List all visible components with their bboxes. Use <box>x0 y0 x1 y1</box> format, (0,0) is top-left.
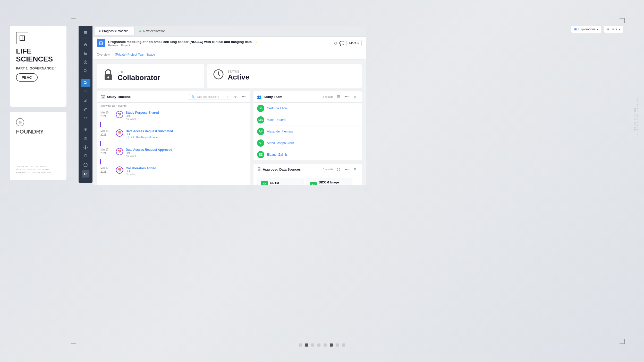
svg-rect-17 <box>85 137 86 138</box>
svg-rect-27 <box>337 95 340 96</box>
ds-item-dicom[interactable]: DI DICOM Image Library LS Data Source Da… <box>306 178 352 185</box>
status-label: Status <box>228 70 249 73</box>
comment-icon[interactable]: 💬 <box>339 41 344 46</box>
dot-4[interactable] <box>317 343 320 347</box>
status-value: Active <box>228 73 249 81</box>
user-avatar[interactable]: BA <box>82 170 89 178</box>
pagination-dots <box>299 343 345 347</box>
timeline-filter-icon[interactable] <box>232 94 239 100</box>
event-2-date: Mar 15 2021 <box>100 129 113 137</box>
member-5-name[interactable]: Eleanor Zaimis <box>267 153 287 156</box>
status-card: Status Active <box>207 64 362 88</box>
tab-prognostic[interactable]: ■ Prognostic modelin... <box>95 27 135 35</box>
timeline-more-icon[interactable]: ••• <box>241 94 247 100</box>
ds-item-sdtm[interactable]: SD SDTM LS Data Source Data Source Type … <box>257 178 303 185</box>
sidebar-item-search-active[interactable] <box>81 79 90 87</box>
tab-new-exploration-icon: ⊕ <box>139 29 142 33</box>
member-4-name[interactable]: Alfred Joseph Clark <box>267 141 294 145</box>
event-2-title[interactable]: Data Access Request Submitted <box>126 129 247 133</box>
sidebar-item-folders[interactable] <box>81 50 90 57</box>
explorations-button[interactable]: ⊞ Explorations ▾ <box>571 26 602 33</box>
member-4-avatar: AJ <box>257 139 264 147</box>
sidebar-item-expand[interactable] <box>81 114 90 122</box>
project-title: Prognostic modeling of non-small cell lu… <box>108 40 252 44</box>
event-1-link-label: Link <box>126 114 247 117</box>
pbac-badge[interactable]: PBAC <box>16 73 38 82</box>
sidebar-item-settings[interactable] <box>81 126 90 134</box>
datasources-more-icon[interactable]: ••• <box>344 166 350 172</box>
sub-tab-overview[interactable]: Overview <box>97 53 110 57</box>
timeline-calendar-icon: 📅 <box>100 95 105 99</box>
sidebar-item-info[interactable] <box>81 144 90 151</box>
more-button[interactable]: More ▾ <box>346 40 362 46</box>
sidebar-item-help[interactable] <box>81 161 90 169</box>
event-4-date: Mar 17 2021 <box>100 166 113 174</box>
project-favorite-icon[interactable]: ☆ <box>255 41 258 45</box>
right-side-decoration: PALANTIR DEMO SERIES DOUBLE CLICK <box>634 98 639 136</box>
team-list-view-icon[interactable] <box>335 94 342 100</box>
event-4-link-value: No value <box>126 173 247 176</box>
event-3-title[interactable]: Data Access Request Approved <box>126 148 247 152</box>
dicom-icon: DI <box>310 182 317 186</box>
timeline-search[interactable]: 🔍 Type and hit Enter ; ? <box>189 94 230 100</box>
dot-8[interactable] <box>342 343 345 347</box>
event-2-link-doc[interactable]: 📄 Data Use Request Form <box>126 136 247 139</box>
sidebar-item-clipboard[interactable] <box>81 135 90 143</box>
top-cards-row: Role Collaborator Status <box>97 64 362 88</box>
dot-7[interactable] <box>336 343 339 347</box>
lists-label: Lists <box>611 28 617 31</box>
member-2-name[interactable]: Maria Dauerer <box>267 118 287 122</box>
logo-icon <box>16 32 28 44</box>
svg-rect-11 <box>84 93 85 93</box>
approved-data-sources-card: 🗄 Approved Data Sources 3 results <box>253 164 362 185</box>
dot-1[interactable] <box>299 343 302 347</box>
event-3-link-value: No value <box>126 154 247 157</box>
study-timeline-card: 📅 Study Timeline 🔍 Type and hit Enter ; … <box>97 91 250 185</box>
sub-tab-project-team[interactable]: (Private) Project Team Space <box>115 53 155 57</box>
team-more-icon[interactable]: ••• <box>344 94 350 100</box>
team-filter-icon[interactable] <box>352 94 358 100</box>
sidebar-item-search[interactable] <box>81 67 90 75</box>
sidebar-item-history[interactable] <box>81 58 90 66</box>
tab-new-exploration[interactable]: ⊕ New exploration <box>135 27 169 35</box>
timeline-event-1: Mar 10 2021 📅 Study Purpose Shared Link … <box>97 109 250 122</box>
member-1-name[interactable]: Gertrude Elion <box>267 107 287 110</box>
dot-3[interactable] <box>311 343 314 347</box>
svg-rect-22 <box>107 76 109 78</box>
sidebar-item-charts[interactable] <box>81 96 90 104</box>
event-4-title[interactable]: Collaborators Added <box>126 166 247 170</box>
sidebar-item-notifications[interactable] <box>81 152 90 160</box>
datasources-grid-view-icon[interactable] <box>335 166 342 172</box>
sidebar-item-home[interactable] <box>81 41 90 49</box>
svg-rect-34 <box>339 168 340 169</box>
dot-6[interactable] <box>330 343 333 347</box>
refresh-icon[interactable]: ↻ <box>334 41 337 46</box>
sdtm-subtitle: LS Data Source <box>270 185 289 186</box>
foundry-title: FOUNDRY <box>16 128 60 135</box>
lists-button[interactable]: ≡ Lists ▾ <box>604 26 623 33</box>
event-3-content: Data Access Request Approved Link No val… <box>126 148 247 157</box>
dot-5[interactable] <box>324 343 327 347</box>
member-2-avatar: MD <box>257 116 264 123</box>
tab-prognostic-icon: ■ <box>99 29 100 33</box>
explorations-label: Explorations <box>578 28 595 31</box>
event-1-content: Study Purpose Shared Link No value <box>126 111 247 120</box>
svg-point-6 <box>84 81 86 84</box>
sidebar-item-list[interactable] <box>81 88 90 95</box>
dot-2[interactable] <box>305 343 308 347</box>
datasources-filter-icon[interactable] <box>352 166 358 172</box>
sidebar-item-menu[interactable] <box>81 29 90 37</box>
study-timeline-title: Study Timeline <box>107 95 131 99</box>
project-icon <box>97 39 105 47</box>
event-1-title[interactable]: Study Purpose Shared <box>126 111 247 114</box>
sidebar-item-edit[interactable] <box>81 105 90 113</box>
event-3-date: Mar 17 2021 <box>100 148 113 155</box>
corner-decoration-tr <box>620 18 625 23</box>
member-3-name[interactable]: Alexander Fleming <box>267 130 293 133</box>
svg-rect-36 <box>339 170 340 171</box>
event-3-link-label: Link <box>126 152 247 154</box>
more-label: More <box>349 41 356 45</box>
tab-prognostic-label: Prognostic modelin... <box>102 29 131 33</box>
svg-rect-7 <box>84 91 85 91</box>
event-2-dot: 📅 <box>116 129 123 137</box>
